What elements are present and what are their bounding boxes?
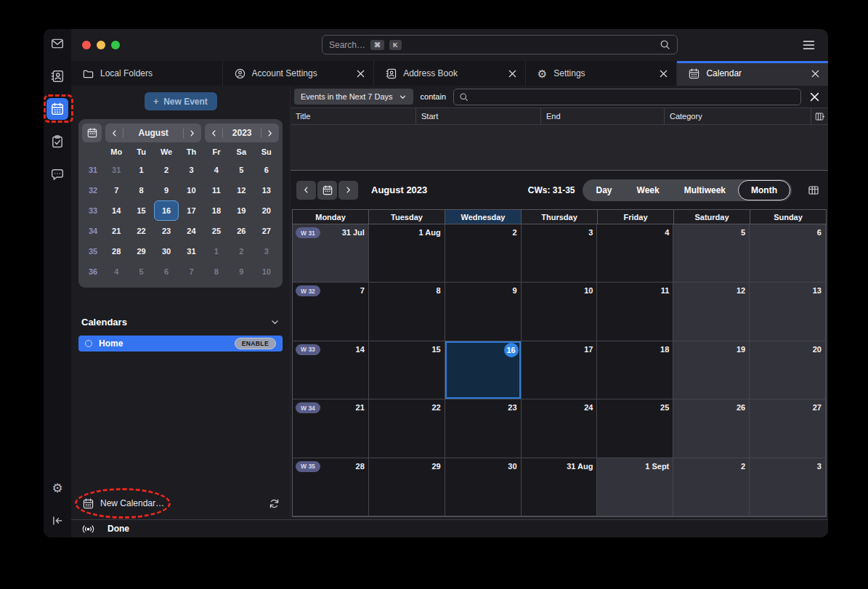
minical-day-cell[interactable]: 24 xyxy=(179,221,203,241)
month-day-cell[interactable]: 26 xyxy=(673,399,750,458)
month-day-cell[interactable]: 31 Aug xyxy=(522,458,598,516)
event-list-column-header[interactable]: End xyxy=(541,108,665,124)
prev-year-chevron-icon[interactable] xyxy=(210,129,218,137)
mail-icon[interactable] xyxy=(46,33,68,54)
month-day-cell[interactable]: 11 xyxy=(597,283,673,341)
month-day-cell[interactable]: W 32 7 xyxy=(293,283,369,341)
minical-day-cell[interactable]: 3 xyxy=(254,241,279,261)
minical-day-cell[interactable]: 19 xyxy=(229,200,253,221)
minical-day-cell[interactable]: 2 xyxy=(229,241,253,261)
month-day-cell[interactable]: 8 xyxy=(369,283,445,341)
minical-day-cell[interactable]: 6 xyxy=(154,261,179,282)
month-day-cell[interactable]: 24 xyxy=(522,399,598,458)
month-day-cell[interactable]: 3 xyxy=(522,224,598,283)
calendar-list-item-home[interactable]: Home ENABLE xyxy=(78,336,283,352)
close-tab-icon[interactable] xyxy=(811,70,819,78)
month-day-cell[interactable]: 13 xyxy=(750,283,826,341)
minical-day-cell[interactable]: 3 xyxy=(179,160,203,180)
month-day-cell[interactable]: 20 xyxy=(750,341,826,399)
month-day-cell[interactable]: 19 xyxy=(673,341,750,399)
minical-day-cell[interactable]: 4 xyxy=(104,261,129,282)
month-day-cell[interactable]: W 31 31 Jul xyxy=(293,224,369,283)
month-day-cell[interactable]: 5 xyxy=(673,224,750,283)
month-day-cell[interactable]: W 33 14 xyxy=(293,341,369,399)
month-day-cell[interactable]: 6 xyxy=(750,224,826,283)
minical-day-cell[interactable]: 25 xyxy=(204,221,229,241)
minical-day-cell[interactable]: 36 xyxy=(82,261,104,282)
app-menu-icon[interactable] xyxy=(803,40,815,50)
month-day-cell[interactable]: 29 xyxy=(369,458,445,516)
close-window-button[interactable] xyxy=(82,41,91,49)
minical-day-cell[interactable]: 9 xyxy=(229,261,253,282)
close-tab-icon[interactable] xyxy=(357,70,365,78)
month-day-cell[interactable]: 2 xyxy=(445,224,522,283)
month-day-cell[interactable]: 17 xyxy=(522,341,598,399)
minical-day-cell[interactable]: 28 xyxy=(104,241,129,261)
minical-day-cell[interactable]: 9 xyxy=(154,180,179,200)
month-day-cell[interactable]: 1 Sept xyxy=(597,458,673,516)
month-day-cell[interactable]: 30 xyxy=(445,458,522,516)
maximize-window-button[interactable] xyxy=(111,41,120,49)
month-day-cell[interactable]: 27 xyxy=(750,399,826,458)
month-day-cell[interactable]: 22 xyxy=(369,399,445,458)
calendar-icon[interactable] xyxy=(46,98,68,120)
minical-day-cell[interactable]: 4 xyxy=(204,160,229,180)
view-tab[interactable]: Week xyxy=(625,179,672,201)
chevron-down-icon[interactable] xyxy=(270,317,280,327)
tab-account-settings[interactable]: Account Settings xyxy=(223,61,375,86)
settings-gear-icon[interactable]: ⚙ xyxy=(46,477,68,499)
sync-icon[interactable] xyxy=(269,498,280,509)
minical-day-cell[interactable]: 1 xyxy=(204,241,229,261)
month-day-cell[interactable]: 4 xyxy=(597,224,673,283)
month-day-cell[interactable]: 25 xyxy=(597,399,673,458)
grid-options-icon[interactable] xyxy=(808,184,819,196)
event-search-input[interactable] xyxy=(473,92,795,102)
month-day-cell[interactable]: 3 xyxy=(750,458,826,516)
event-list-column-header[interactable]: Title xyxy=(291,108,416,124)
minical-day-cell[interactable]: 5 xyxy=(229,160,253,180)
minical-today-icon[interactable] xyxy=(82,123,102,142)
minical-day-cell[interactable]: 18 xyxy=(204,200,229,221)
month-day-cell[interactable]: 2 xyxy=(673,458,750,516)
month-day-cell[interactable]: 18 xyxy=(597,341,673,399)
minical-day-cell[interactable]: 11 xyxy=(204,180,229,200)
minical-day-cell[interactable]: 10 xyxy=(254,261,279,282)
month-day-cell[interactable]: 16 xyxy=(445,341,522,399)
minical-day-cell[interactable]: 12 xyxy=(229,180,253,200)
tab-settings[interactable]: ⚙ Settings xyxy=(526,61,678,86)
tasks-icon[interactable] xyxy=(46,131,68,153)
minical-day-cell[interactable]: 14 xyxy=(104,200,129,221)
minical-day-cell[interactable]: 7 xyxy=(179,261,203,282)
next-year-chevron-icon[interactable] xyxy=(266,129,274,137)
minical-day-cell[interactable]: 16 xyxy=(154,200,179,221)
minical-day-cell[interactable]: 6 xyxy=(254,160,279,180)
prev-chevron-icon[interactable] xyxy=(296,181,316,200)
minical-day-cell[interactable]: 10 xyxy=(179,180,203,200)
month-day-cell[interactable]: 15 xyxy=(369,341,445,399)
event-list-column-header[interactable]: Category xyxy=(665,108,811,124)
minical-day-cell[interactable]: 21 xyxy=(104,221,129,241)
chat-icon[interactable] xyxy=(46,163,68,185)
minical-day-cell[interactable]: 32 xyxy=(82,180,104,200)
minical-day-cell[interactable]: 33 xyxy=(82,200,104,221)
minical-day-cell[interactable]: 34 xyxy=(82,221,104,241)
minical-day-cell[interactable]: 5 xyxy=(129,261,153,282)
minical-day-cell[interactable]: 17 xyxy=(179,200,203,221)
new-event-button[interactable]: + New Event xyxy=(145,92,217,110)
event-filter-dropdown[interactable]: Events in the Next 7 Days xyxy=(294,89,413,105)
event-search-field[interactable] xyxy=(453,89,801,105)
minical-day-cell[interactable]: 31 xyxy=(179,241,203,261)
tab-address-book[interactable]: Address Book xyxy=(374,61,526,86)
month-day-cell[interactable]: W 34 21 xyxy=(293,399,369,458)
minical-day-cell[interactable]: 7 xyxy=(104,180,129,200)
close-tab-icon[interactable] xyxy=(508,70,516,78)
tab-local-folders[interactable]: Local Folders xyxy=(71,61,223,86)
minical-day-cell[interactable]: 35 xyxy=(82,241,104,261)
column-picker-icon[interactable] xyxy=(811,108,828,124)
event-list-empty-body[interactable] xyxy=(291,125,828,170)
calendar-color-ring-icon[interactable] xyxy=(85,340,92,347)
month-day-cell[interactable]: 12 xyxy=(673,283,750,341)
prev-month-chevron-icon[interactable] xyxy=(110,129,118,137)
view-tab[interactable]: Day xyxy=(584,179,625,201)
minical-day-cell[interactable]: 27 xyxy=(254,221,279,241)
